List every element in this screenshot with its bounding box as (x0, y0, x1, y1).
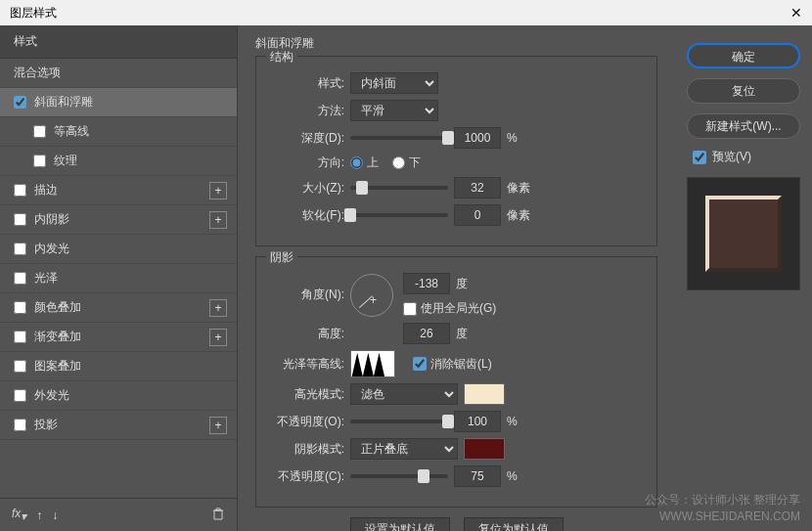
depth-slider[interactable] (350, 136, 448, 140)
style-item-6[interactable]: 光泽 (0, 264, 237, 293)
reset-default-button[interactable]: 复位为默认值 (464, 517, 564, 531)
dir-down-radio[interactable]: 下 (392, 155, 421, 171)
angle-unit: 度 (456, 276, 468, 292)
plus-icon[interactable]: + (209, 299, 227, 317)
titlebar: 图层样式 ✕ (0, 0, 812, 25)
style-item-8[interactable]: 渐变叠加+ (0, 323, 237, 352)
opacity1-input[interactable] (454, 411, 501, 432)
style-item-10[interactable]: 外发光 (0, 381, 237, 411)
style-checkbox[interactable] (14, 272, 26, 285)
style-item-0[interactable]: 斜面和浮雕 (0, 88, 237, 117)
opacity1-slider[interactable] (350, 420, 448, 423)
style-item-3[interactable]: 描边+ (0, 176, 237, 205)
highlight-mode-label: 高光模式: (270, 386, 344, 403)
bottom-bar: fx▾ ↑ ↓ (0, 498, 237, 531)
blend-options[interactable]: 混合选项 (0, 59, 237, 88)
opacity2-input[interactable] (454, 465, 501, 487)
highlight-color-swatch[interactable] (464, 383, 505, 405)
style-checkbox[interactable] (14, 301, 26, 314)
size-label: 大小(Z): (270, 180, 344, 197)
size-input[interactable] (454, 177, 501, 199)
style-select[interactable]: 内斜面 (350, 72, 438, 94)
style-item-2[interactable]: 纹理 (0, 147, 237, 176)
plus-icon[interactable]: + (209, 182, 227, 199)
style-checkbox[interactable] (14, 243, 26, 255)
fx-icon[interactable]: fx▾ (12, 507, 26, 523)
gloss-contour[interactable] (350, 350, 395, 377)
style-label: 外发光 (34, 387, 69, 404)
style-checkbox[interactable] (14, 419, 26, 431)
shadow-color-swatch[interactable] (464, 438, 505, 460)
method-select[interactable]: 平滑 (350, 100, 438, 121)
style-item-5[interactable]: 内发光 (0, 235, 237, 264)
angle-input[interactable] (403, 273, 450, 294)
opacity2-label: 不透明度(C): (270, 468, 344, 485)
altitude-label: 高度: (270, 326, 344, 342)
structure-group: 结构 样式: 内斜面 方法: 平滑 深度(D): % 方向: 上 下 (255, 56, 657, 246)
shadow-mode-label: 阴影模式: (270, 441, 344, 458)
style-checkbox[interactable] (14, 389, 26, 402)
structure-legend: 结构 (266, 49, 297, 66)
style-label: 描边 (34, 182, 58, 199)
style-item-11[interactable]: 投影+ (0, 411, 237, 440)
soft-unit: 像素 (507, 207, 530, 224)
gloss-label: 光泽等高线: (270, 356, 344, 373)
style-checkbox[interactable] (33, 125, 46, 138)
global-light-check[interactable]: 使用全局光(G) (403, 300, 496, 317)
arrow-up-icon[interactable]: ↑ (36, 509, 42, 522)
soft-slider[interactable] (350, 213, 448, 217)
depth-input[interactable] (454, 127, 501, 149)
plus-icon[interactable]: + (209, 329, 227, 346)
styles-header: 样式 (0, 25, 237, 59)
shadow-mode-select[interactable]: 正片叠底 (350, 438, 458, 460)
soft-input[interactable] (454, 204, 501, 226)
style-checkbox[interactable] (14, 331, 26, 343)
new-style-button[interactable]: 新建样式(W)... (687, 113, 800, 139)
opacity2-slider[interactable] (350, 474, 448, 478)
bevel-preview (709, 199, 778, 268)
style-label: 纹理 (54, 153, 77, 169)
angle-label: 角度(N): (270, 287, 344, 303)
close-icon[interactable]: ✕ (790, 5, 802, 21)
antialias-check[interactable]: 消除锯齿(L) (413, 356, 492, 373)
style-label: 斜面和浮雕 (34, 94, 93, 111)
style-item-4[interactable]: 内阴影+ (0, 205, 237, 235)
style-checkbox[interactable] (14, 184, 26, 197)
plus-icon[interactable]: + (209, 417, 227, 434)
style-label: 等高线 (54, 123, 89, 140)
arrow-down-icon[interactable]: ↓ (52, 509, 58, 522)
preview-box (687, 177, 800, 290)
trash-icon[interactable] (211, 507, 225, 523)
mid-panel: 斜面和浮雕 结构 样式: 内斜面 方法: 平滑 深度(D): % 方向: 上 (238, 25, 675, 531)
set-default-button[interactable]: 设置为默认值 (350, 517, 450, 531)
opacity2-unit: % (507, 469, 518, 483)
opacity1-unit: % (507, 415, 518, 428)
angle-wheel[interactable]: + (350, 274, 393, 317)
style-item-9[interactable]: 图案叠加 (0, 352, 237, 381)
size-slider[interactable] (350, 186, 448, 190)
depth-unit: % (507, 131, 518, 145)
shadow-group: 阴影 角度(N): + 度 使用全局光(G) 高度: 度 (255, 256, 657, 508)
opacity1-label: 不透明度(O): (270, 414, 344, 430)
style-checkbox[interactable] (14, 96, 26, 109)
style-item-7[interactable]: 颜色叠加+ (0, 293, 237, 323)
style-checkbox[interactable] (14, 213, 26, 226)
soft-label: 软化(F): (270, 207, 344, 224)
shadow-legend: 阴影 (266, 249, 297, 266)
style-label: 样式: (270, 75, 344, 92)
preview-check[interactable]: 预览(V) (693, 149, 800, 165)
dir-up-radio[interactable]: 上 (350, 155, 379, 171)
method-label: 方法: (270, 103, 344, 119)
highlight-mode-select[interactable]: 滤色 (350, 383, 458, 405)
style-label: 内阴影 (34, 211, 69, 228)
altitude-input[interactable] (403, 323, 450, 344)
ok-button[interactable]: 确定 (687, 43, 800, 68)
style-list: 斜面和浮雕等高线纹理描边+内阴影+内发光光泽颜色叠加+渐变叠加+图案叠加外发光投… (0, 88, 237, 498)
cancel-button[interactable]: 复位 (687, 78, 800, 104)
plus-icon[interactable]: + (209, 211, 227, 229)
right-panel: 确定 复位 新建样式(W)... 预览(V) (675, 25, 812, 531)
style-checkbox[interactable] (33, 155, 46, 167)
altitude-unit: 度 (456, 326, 468, 342)
style-checkbox[interactable] (14, 360, 26, 373)
style-item-1[interactable]: 等高线 (0, 117, 237, 147)
